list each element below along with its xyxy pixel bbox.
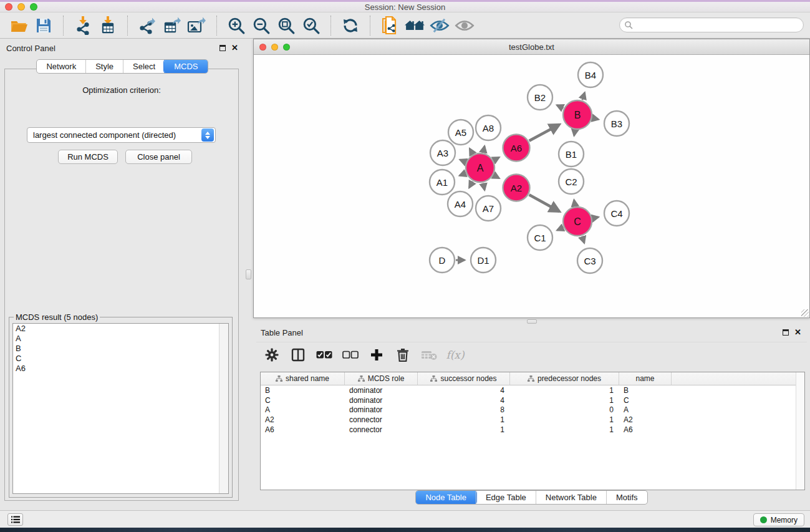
tab-network[interactable]: Network [37,60,85,73]
zoom-out-button[interactable] [250,14,272,37]
deselect-all-button[interactable] [342,347,359,363]
result-list-scrollbar[interactable] [219,324,228,493]
table-cell[interactable]: 8 [418,405,510,414]
tab-mcds[interactable]: MCDS [164,59,208,74]
network-canvas[interactable]: B4B2BB3A5A8A6A3AB1A1C2A2A4A7C4CC1C3DD1 [254,55,809,317]
edge-A-A8[interactable] [483,146,485,152]
zoom-in-button[interactable] [225,14,248,37]
table-cell[interactable]: A6 [261,425,345,434]
node-A8[interactable]: A8 [476,115,501,140]
table-cell[interactable]: 4 [418,396,510,405]
table-cell[interactable]: dominator [345,386,418,395]
search-input[interactable] [633,19,803,31]
zoom-selected-button[interactable] [300,14,322,37]
new-network-from-selection-button[interactable] [378,14,401,37]
edge-A6-B[interactable] [529,125,559,141]
task-history-button[interactable] [7,513,23,526]
export-table-button[interactable] [161,14,183,37]
function-builder-button[interactable]: f(x) [447,347,463,363]
edge-A-A2[interactable] [494,175,499,178]
node-A3[interactable]: A3 [430,140,455,165]
table-cell[interactable]: A [619,405,672,414]
node-A7[interactable]: A7 [476,196,501,221]
table-row[interactable]: Adominator80A [261,405,804,415]
table-cell[interactable]: 1 [510,415,619,424]
edge-C-C1[interactable] [557,228,564,230]
table-scrollbar[interactable] [796,372,804,490]
divider-handle[interactable] [246,269,251,279]
close-panel-icon[interactable]: ✕ [231,45,238,51]
edge-B-B1[interactable] [574,130,575,136]
table-cell[interactable]: 1 [510,386,619,395]
edge-A-A5[interactable] [470,148,473,154]
node-A1[interactable]: A1 [430,170,455,195]
edge-A2-C[interactable] [529,195,560,211]
edge-B-B4[interactable] [582,93,585,100]
table-cell[interactable]: connector [345,415,418,424]
table-cell[interactable]: B [619,386,672,395]
create-column-button[interactable] [369,347,385,363]
export-network-button[interactable] [136,14,158,37]
close-panel-button[interactable]: Close panel [125,150,192,164]
edge-C-C3[interactable] [582,236,584,243]
table-cell[interactable]: A2 [261,415,345,424]
node-C3[interactable]: C3 [577,248,602,273]
open-cybrowser-button[interactable] [403,14,426,37]
node-C4[interactable]: C4 [604,201,629,226]
result-item[interactable]: A2 [13,324,228,334]
edge-A-A6[interactable] [494,157,499,160]
column-header-shared-name[interactable]: shared name [261,372,345,385]
edge-A-A3[interactable] [460,160,466,162]
node-B[interactable]: B [563,100,592,129]
node-A[interactable]: A [466,153,494,182]
show-all-button[interactable] [453,14,476,37]
tab-motifs[interactable]: Motifs [606,491,647,504]
table-cell[interactable]: 4 [418,386,510,395]
zoom-fit-button[interactable] [275,14,297,37]
apply-layout-button[interactable] [339,14,362,37]
node-C[interactable]: C [563,207,592,236]
result-item[interactable]: A [13,334,228,344]
table-cell[interactable]: 1 [510,396,619,405]
table-row[interactable]: Cdominator41C [261,395,804,405]
tab-node-table[interactable]: Node Table [415,490,476,505]
tab-network-table[interactable]: Network Table [536,491,606,504]
table-cell[interactable]: C [261,396,345,405]
edge-B-B3[interactable] [592,118,598,119]
table-cell[interactable]: A6 [619,425,672,434]
table-row[interactable]: A6connector11A6 [261,425,804,435]
edge-A-A7[interactable] [483,183,485,190]
node-A4[interactable]: A4 [448,191,473,216]
run-mcds-button[interactable]: Run MCDS [58,150,118,164]
vertical-split-divider[interactable] [244,39,253,508]
import-table-button[interactable] [97,14,119,37]
float-panel-icon[interactable] [219,45,226,51]
tab-style[interactable]: Style [85,60,123,73]
column-header-successor-nodes[interactable]: successor nodes [418,372,510,385]
divider-handle[interactable] [527,319,537,324]
result-item[interactable]: A6 [13,364,228,374]
column-header-name[interactable]: name [619,372,672,385]
resize-grip-icon[interactable] [801,309,809,317]
table-cell[interactable]: 1 [510,425,619,434]
node-D[interactable]: D [430,248,455,273]
table-settings-button[interactable] [264,347,280,363]
table-cell[interactable]: 1 [418,415,510,424]
edge-C-C4[interactable] [592,217,598,218]
tab-select[interactable]: Select [123,60,165,73]
close-panel-icon[interactable]: ✕ [794,329,801,336]
search-field[interactable] [619,17,804,32]
delete-column-button[interactable] [395,347,411,363]
table-cell[interactable]: dominator [345,396,418,405]
show-columns-button[interactable] [290,347,306,363]
column-header-MCDS-role[interactable]: MCDS role [345,372,418,385]
table-cell[interactable]: B [261,386,345,395]
export-image-button[interactable] [186,14,208,37]
table-cell[interactable]: connector [345,425,418,434]
edge-A-A1[interactable] [460,173,466,176]
node-A5[interactable]: A5 [448,120,473,145]
column-header-predecessor-nodes[interactable]: predecessor nodes [510,372,619,385]
table-row[interactable]: A2connector11A2 [261,415,804,425]
edge-A-A4[interactable] [469,181,472,188]
result-item[interactable]: C [13,354,228,364]
